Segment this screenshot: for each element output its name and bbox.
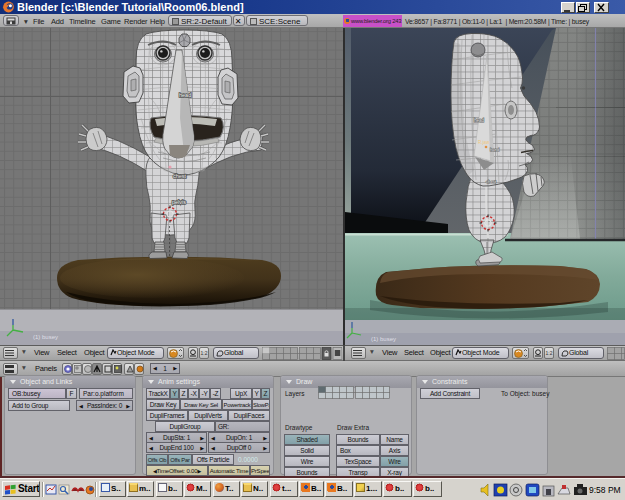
svg-text:hand: hand — [490, 147, 500, 152]
svg-text:(1) busey: (1) busey — [33, 334, 58, 340]
svg-text:head: head — [179, 92, 191, 98]
svg-text:pelvis: pelvis — [172, 199, 186, 205]
svg-text:head: head — [474, 118, 485, 123]
svg-text:chest: chest — [486, 179, 497, 184]
svg-text:R.jaw: R.jaw — [478, 140, 490, 145]
svg-text:(1) busey: (1) busey — [371, 336, 396, 342]
svg-text:chest: chest — [173, 173, 187, 179]
